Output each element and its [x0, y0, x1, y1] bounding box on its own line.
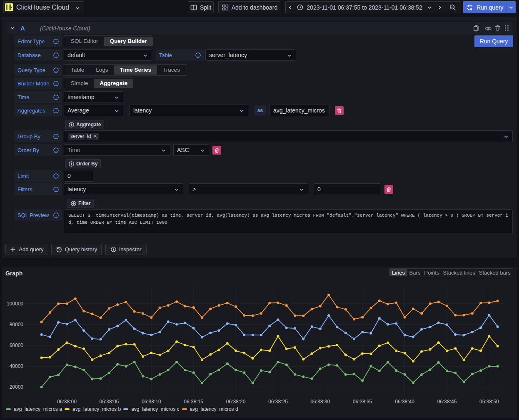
svg-text:100000: 100000	[7, 301, 23, 307]
svg-text:06:38:40: 06:38:40	[395, 399, 414, 405]
svg-text:06:38:45: 06:38:45	[437, 399, 457, 405]
svg-text:06:38:25: 06:38:25	[268, 399, 288, 405]
svg-text:06:38:00: 06:38:00	[57, 399, 77, 405]
svg-text:40000: 40000	[10, 363, 24, 369]
svg-text:60000: 60000	[10, 342, 24, 348]
svg-text:06:38:05: 06:38:05	[100, 399, 119, 405]
svg-text:06:38:50: 06:38:50	[479, 399, 499, 405]
svg-text:06:38:20: 06:38:20	[226, 399, 246, 405]
svg-text:80000: 80000	[10, 322, 24, 328]
svg-text:06:38:15: 06:38:15	[184, 399, 203, 405]
svg-text:06:38:35: 06:38:35	[353, 399, 372, 405]
svg-text:06:38:30: 06:38:30	[310, 399, 330, 405]
svg-text:20000: 20000	[10, 384, 24, 390]
svg-text:06:38:10: 06:38:10	[142, 399, 161, 405]
